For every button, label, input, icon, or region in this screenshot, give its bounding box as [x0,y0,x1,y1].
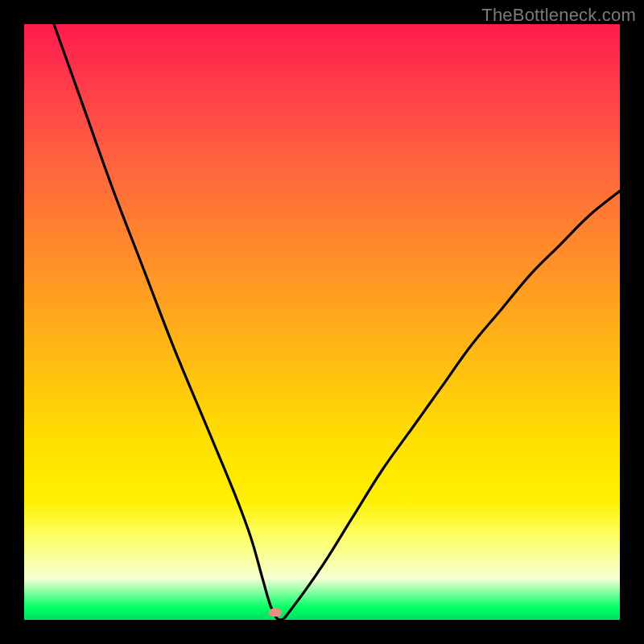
curve-svg [24,24,620,620]
bottleneck-curve [54,24,620,620]
chart-frame: TheBottleneck.com [0,0,644,644]
plot-area [24,24,620,620]
minimum-marker [269,609,282,617]
watermark-text: TheBottleneck.com [481,5,636,26]
